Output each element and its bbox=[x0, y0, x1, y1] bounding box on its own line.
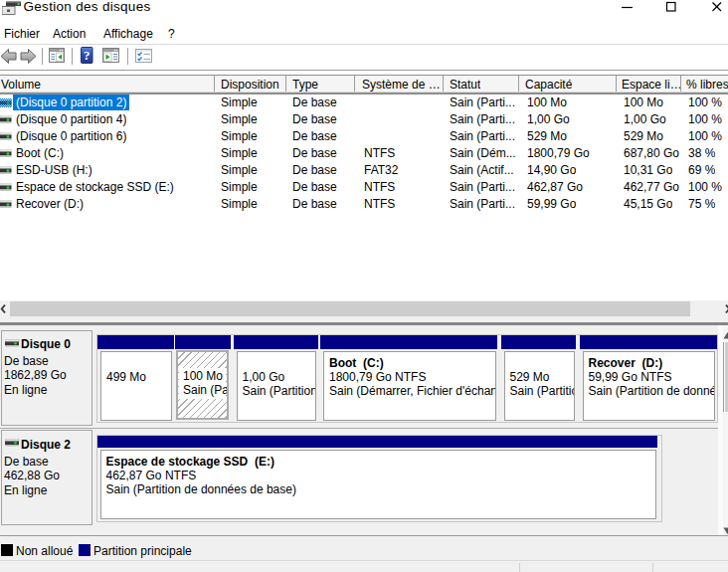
svg-text:?: ? bbox=[84, 48, 91, 63]
